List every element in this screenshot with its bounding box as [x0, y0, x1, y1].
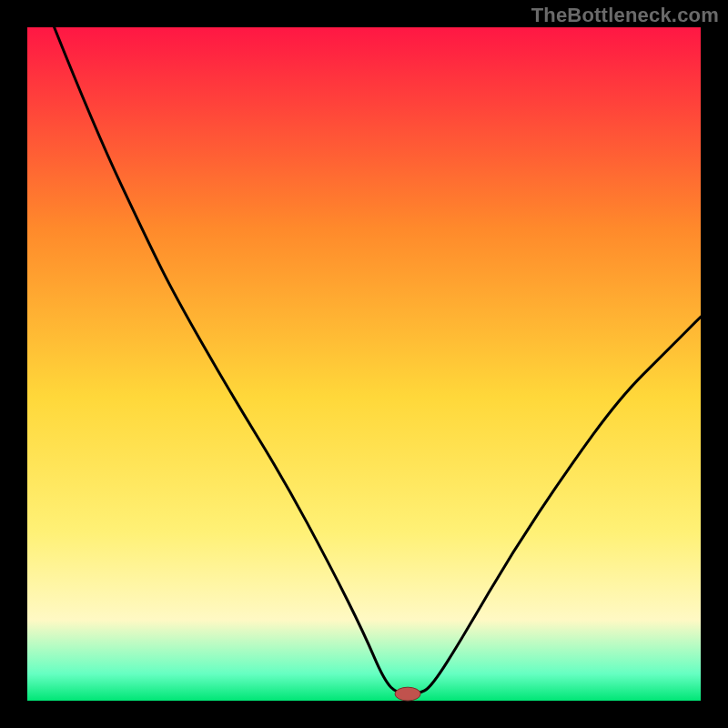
figure: TheBottleneck.com: [0, 0, 728, 728]
plot-area-gradient: [27, 27, 701, 701]
bottleneck-plot: [0, 0, 728, 728]
watermark-text: TheBottleneck.com: [531, 4, 719, 27]
minimum-marker: [395, 687, 420, 701]
